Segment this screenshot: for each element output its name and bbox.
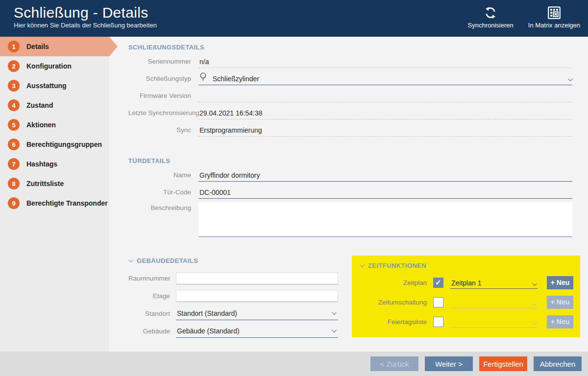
sidebar-item-zutrittsliste[interactable]: 8 Zutrittsliste (0, 174, 109, 193)
section-title-time-functions: ZEITFUNKTIONEN (368, 262, 426, 269)
section-title-door-details: TÜRDETAILS (128, 157, 572, 164)
synchronize-button[interactable]: Synchronisieren (468, 5, 514, 37)
field-raumnummer: Raumnummer (128, 269, 338, 287)
show-in-matrix-label: In Matrix anzeigen (528, 22, 580, 29)
time-functions-header[interactable]: ZEITFUNKTIONEN (360, 260, 573, 271)
page-title: Schließung - Details (14, 4, 157, 21)
feiertagsliste-dropdown[interactable] (450, 316, 538, 328)
sidebar-item-konfiguration[interactable]: 2 Konfiguration (0, 56, 109, 76)
field-label: Seriennummer (128, 58, 198, 68)
schliessungstyp-dropdown[interactable]: Schließzylinder (198, 72, 572, 85)
field-gebaeude: Gebäude Gebäude (Standard) (128, 322, 338, 340)
collapse-chevron-icon (360, 262, 365, 267)
field-standort: Standort Standort (Standard) (128, 305, 338, 322)
chevron-down-icon (332, 310, 337, 315)
field-seriennummer: Seriennummer n/a (128, 51, 572, 68)
chevron-down-icon (332, 328, 337, 332)
field-label: Beschreibung (128, 202, 198, 214)
sidebar-item-zustand[interactable]: 4 Zustand (0, 95, 109, 115)
row-feiertagsliste: Feiertagsliste + Neu (360, 312, 573, 331)
field-tuer-code: Tür-Code DC-00001 (128, 182, 572, 199)
sidebar-item-hashtags[interactable]: 7 Hashtags (0, 154, 109, 174)
step-number-badge: 1 (8, 41, 20, 52)
sidebar-item-label: Zutrittsliste (26, 180, 64, 188)
sidebar-item-ausstattung[interactable]: 3 Ausstattung (0, 76, 109, 95)
zeitumschaltung-new-button[interactable]: + Neu (547, 296, 573, 309)
cancel-button[interactable]: Abbrechen (534, 356, 582, 371)
step-number-badge: 5 (8, 119, 20, 131)
sidebar-item-aktionen[interactable]: 5 Aktionen (0, 115, 109, 135)
zeitumschaltung-checkbox[interactable] (433, 297, 443, 307)
sidebar-item-label: Konfiguration (26, 62, 72, 70)
field-beschreibung: Beschreibung (128, 202, 572, 237)
field-label: Firmware Version (128, 92, 198, 102)
section-title-lock-details: SCHLIEßUNGSDETAILS (128, 44, 572, 51)
standort-dropdown[interactable]: Standort (Standard) (176, 307, 338, 320)
page-subtitle: Hier können Sie Details der Schließung b… (14, 22, 157, 29)
wizard-step-sidebar: 1 Details 2 Konfiguration 3 Ausstattung … (0, 37, 109, 352)
synchronize-label: Synchronisieren (468, 22, 514, 29)
zeitumschaltung-dropdown[interactable] (450, 296, 538, 308)
field-firmware-version: Firmware Version (128, 85, 572, 102)
sidebar-item-details[interactable]: 1 Details (0, 37, 109, 56)
field-schliessungstyp: Schließungstyp Schließzylinder (128, 68, 572, 85)
step-number-badge: 9 (8, 197, 20, 209)
etage-input[interactable] (176, 290, 338, 302)
field-label: Tür-Code (128, 188, 198, 199)
chevron-down-icon (532, 320, 537, 325)
name-input[interactable]: Gryffindor dormitory (198, 171, 572, 182)
show-in-matrix-button[interactable]: In Matrix anzeigen (528, 5, 580, 37)
details-form: SCHLIEßUNGSDETAILS Seriennummer n/a Schl… (109, 37, 588, 352)
row-zeitumschaltung: Zeitumschaltung + Neu (360, 292, 573, 312)
feiertagsliste-new-button[interactable]: + Neu (547, 315, 573, 329)
zeitplan-checkbox[interactable] (433, 278, 443, 288)
feiertagsliste-checkbox[interactable] (433, 317, 443, 327)
step-number-badge: 2 (8, 60, 20, 72)
sidebar-item-berechtigte-transponder[interactable]: 9 Berechtigte Transponder (0, 193, 109, 213)
seriennummer-value: n/a (198, 58, 572, 68)
step-number-badge: 8 (8, 178, 20, 189)
row-zeitplan: Zeitplan Zeitplan 1 + Neu (360, 273, 573, 292)
app-window: Schließung - Details Hier können Sie Det… (0, 0, 588, 376)
field-label: Zeitumschaltung (360, 299, 433, 306)
zeitplan-new-button[interactable]: + Neu (547, 276, 573, 289)
sidebar-item-berechtigungsgruppen[interactable]: 6 Berechtigungsgruppen (0, 135, 109, 154)
letzte-synchronisierung-value: 29.04.2021 16:54:38 (198, 109, 572, 119)
field-sync: Sync Erstprogrammierung (128, 119, 572, 137)
field-label: Zeitplan (360, 279, 433, 286)
beschreibung-textarea[interactable] (198, 202, 572, 237)
step-number-badge: 4 (8, 99, 20, 111)
back-button[interactable]: < Zurück (370, 356, 418, 371)
wizard-footer: < Zurück Weiter > Fertigstellen Abbreche… (0, 352, 588, 376)
sync-icon (483, 5, 498, 20)
step-number-badge: 6 (8, 139, 20, 150)
matrix-icon (547, 5, 562, 20)
tuer-code-input[interactable]: DC-00001 (198, 188, 572, 199)
next-button[interactable]: Weiter > (425, 356, 473, 371)
sidebar-item-label: Aktionen (26, 121, 56, 129)
section-title-building-details: GEBÄUDEDETAILS (137, 257, 198, 264)
raumnummer-input[interactable] (176, 272, 338, 284)
field-label: Feiertagsliste (360, 318, 433, 326)
field-label: Raumnummer (128, 275, 176, 282)
step-number-badge: 3 (8, 80, 20, 92)
sidebar-item-label: Zustand (26, 101, 53, 109)
chevron-down-icon (532, 281, 537, 286)
time-functions-section: ZEITFUNKTIONEN Zeitplan Zeitplan 1 + Neu… (352, 256, 580, 337)
page-header: Schließung - Details Hier können Sie Det… (0, 0, 588, 37)
sidebar-item-label: Hashtags (26, 160, 57, 168)
field-label: Gebäude (128, 328, 176, 335)
field-letzte-synchronisierung: Letzte Synchronisierung 29.04.2021 16:54… (128, 102, 572, 119)
firmware-version-value (198, 100, 572, 102)
gebaeude-dropdown[interactable]: Gebäude (Standard) (176, 325, 338, 338)
field-label: Letzte Synchronisierung (128, 109, 198, 119)
field-label: Standort (128, 310, 176, 317)
field-label: Sync (128, 126, 198, 137)
field-etage: Etage (128, 287, 338, 305)
zeitplan-dropdown[interactable]: Zeitplan 1 (450, 277, 538, 289)
building-details-header[interactable]: GEBÄUDEDETAILS (128, 256, 338, 265)
field-label: Etage (128, 292, 176, 300)
finish-button[interactable]: Fertigstellen (479, 356, 527, 371)
building-details-section: GEBÄUDEDETAILS Raumnummer Etage Standort… (128, 256, 338, 340)
chevron-down-icon (568, 76, 573, 81)
